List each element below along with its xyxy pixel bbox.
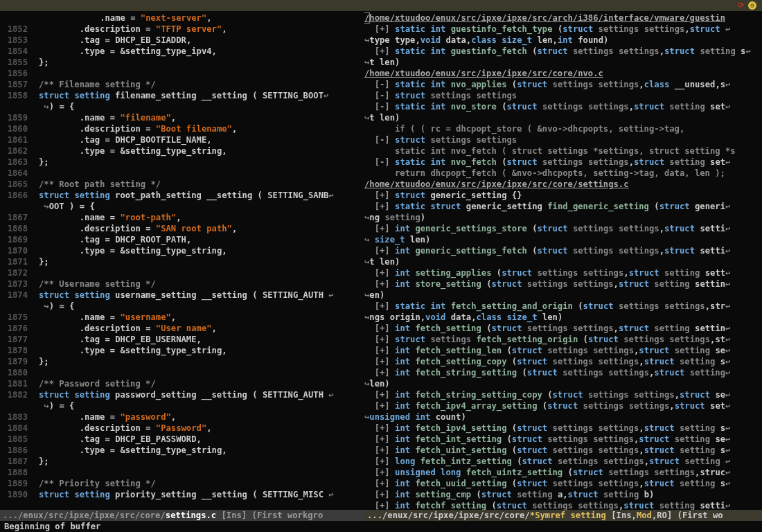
code-line[interactable]: 1882struct setting password_setting __se…	[0, 389, 364, 400]
symref-line[interactable]: [-] static int nvo_applies (struct setti…	[364, 79, 762, 90]
code-line[interactable]: ↪) = {	[0, 400, 364, 411]
code-line[interactable]: 1873/** Username setting */	[0, 278, 364, 290]
code-line[interactable]: 1881/** Password setting */	[0, 378, 364, 389]
code-line[interactable]: 1889/** Priority setting */	[0, 478, 364, 489]
code-line[interactable]: 1872	[0, 267, 364, 278]
modeline-filename: settings.c	[166, 511, 216, 520]
code-line[interactable]: 1868 .description = "SAN root path",	[0, 223, 364, 234]
symref-line[interactable]: return dhcpopt_fetch ( &nvo->dhcpopts, s…	[364, 168, 762, 179]
code-line[interactable]: 1866struct setting root_path_setting __s…	[0, 190, 364, 201]
symref-path[interactable]: /home/xtuudoo/enux/src/ipxe/ipxe/src/arc…	[364, 12, 762, 24]
code-line[interactable]: 1875 .name = "username",	[0, 312, 364, 323]
modeline-right[interactable]: .../enux/src/ipxe/ipxe/src/core/*Symref …	[364, 510, 762, 521]
code-line[interactable]: 1878 .type = &setting_type_string,	[0, 345, 364, 356]
symref-line[interactable]: [+] static int fetch_setting_and_origin …	[364, 301, 762, 312]
symref-path[interactable]: /home/xtuudoo/enux/src/ipxe/ipxe/src/cor…	[364, 68, 762, 79]
symref-line[interactable]: [+] static struct generic_setting find_g…	[364, 201, 762, 212]
symref-line[interactable]: [+] long fetch_intz_setting (struct sett…	[364, 456, 762, 467]
code-line[interactable]: 1890struct setting priority_setting __se…	[0, 489, 364, 500]
modeline-filename: *Symref setting	[530, 511, 606, 520]
code-line[interactable]: 1861 .tag = DHCP_BOOTFILE_NAME,	[0, 134, 364, 145]
symref-line[interactable]: ↪ngs origin,void data,class size_t len)	[364, 312, 762, 323]
code-line[interactable]: 1886 .type = &setting_type_string,	[0, 445, 364, 456]
code-line[interactable]: 1884 .description = "Password",	[0, 423, 364, 434]
symref-line[interactable]: [+] static int guestinfo_fetch_type (str…	[364, 24, 762, 35]
symref-path[interactable]: /home/xtuudoo/enux/src/ipxe/ipxe/src/cor…	[364, 179, 762, 190]
symref-line[interactable]: ↪len)	[364, 378, 762, 389]
symref-line[interactable]: [-] static int nvo_store (struct setting…	[364, 101, 762, 112]
symref-line[interactable]: ↪type type,void data,class size_t len,in…	[364, 35, 762, 46]
code-line[interactable]: 1855};	[0, 57, 364, 68]
symref-line[interactable]: ↪ng setting)	[364, 212, 762, 223]
symref-line[interactable]: [+] static int guestinfo_fetch (struct s…	[364, 46, 762, 57]
top-menu-bar: ⟳ ◷	[0, 0, 762, 11]
symref-line[interactable]: [-] static int nvo_fetch (struct setting…	[364, 157, 762, 168]
code-line[interactable]: 1887};	[0, 456, 364, 467]
symref-line[interactable]: [+] int fetch_string_setting (struct set…	[364, 367, 762, 378]
code-line[interactable]: 1885 .tag = DHCP_EB_PASSWORD,	[0, 434, 364, 445]
code-line[interactable]: 1862 .type = &setting_type_string,	[0, 145, 364, 157]
symref-line[interactable]: ↪t len)	[364, 256, 762, 267]
symref-line[interactable]: ↪t len)	[364, 112, 762, 123]
symref-line[interactable]: [+] int fetch_string_setting_copy (struc…	[364, 389, 762, 400]
code-line[interactable]: .name = "next-server",	[0, 12, 364, 24]
symref-line[interactable]: [-] struct settings settings	[364, 134, 762, 145]
symref-line[interactable]: [+] int fetch_int_setting (struct settin…	[364, 434, 762, 445]
modeline-status: [Ins] (First workgro	[216, 511, 323, 520]
symref-line[interactable]: [+] int fetch_setting (struct settings s…	[364, 323, 762, 334]
code-line[interactable]: 1858struct setting filename_setting __se…	[0, 90, 364, 101]
code-line[interactable]: 1883 .name = "password",	[0, 411, 364, 423]
symref-line[interactable]: [+] int store_setting (struct settings s…	[364, 278, 762, 290]
symref-line[interactable]: [+] int generic_settings_store (struct s…	[364, 223, 762, 234]
minibuffer[interactable]: Beginning of buffer	[0, 521, 762, 532]
code-line[interactable]: 1877 .tag = DHCP_EB_USERNAME,	[0, 334, 364, 345]
code-line[interactable]: 1863};	[0, 157, 364, 168]
code-line[interactable]: 1888	[0, 467, 364, 478]
code-line[interactable]: 1880	[0, 367, 364, 378]
symref-line[interactable]: [+] struct settings fetch_setting_origin…	[364, 334, 762, 345]
code-line[interactable]: 1874struct setting username_setting __se…	[0, 290, 364, 301]
code-line[interactable]: 1871};	[0, 256, 364, 267]
modeline-ins: [Ins,	[606, 511, 637, 520]
symref-line[interactable]: [+] int generic_settings_fetch (struct s…	[364, 245, 762, 256]
modeline-path: .../enux/src/ipxe/ipxe/src/core/	[367, 511, 530, 520]
code-line[interactable]: 1859 .name = "filename",	[0, 112, 364, 123]
code-line[interactable]: 1857/** Filename setting */	[0, 79, 364, 90]
symref-line[interactable]: [+] int fetch_setting_copy (struct setti…	[364, 356, 762, 367]
symref-line[interactable]: ↪unsigned int count)	[364, 411, 762, 423]
code-line[interactable]: 1853 .tag = DHCP_EB_SIADDR,	[0, 35, 364, 46]
code-line[interactable]: 1860 .description = "Boot filename",	[0, 123, 364, 134]
clock-icon: ◷	[748, 1, 756, 10]
symref-line[interactable]: ↪en)	[364, 290, 762, 301]
symref-line[interactable]: [+] unsigned long fetch_uintz_setting (s…	[364, 467, 762, 478]
code-line[interactable]: 1879};	[0, 356, 364, 367]
symref-line[interactable]: static int nvo_fetch ( struct settings *…	[364, 145, 762, 157]
code-line[interactable]: ↪) = {	[0, 101, 364, 112]
code-line[interactable]: 1876 .description = "User name",	[0, 323, 364, 334]
symref-line[interactable]: [+] int fetch_ipv4_setting (struct setti…	[364, 423, 762, 434]
right-symref-pane[interactable]: /home/xtuudoo/enux/src/ipxe/ipxe/src/arc…	[364, 11, 762, 521]
symref-line[interactable]: [+] int fetch_ipv4_array_setting (struct…	[364, 400, 762, 411]
left-editor-pane[interactable]: .name = "next-server",1852 .description …	[0, 11, 364, 521]
symref-line[interactable]: [+] int fetch_uint_setting (struct setti…	[364, 445, 762, 456]
symref-line[interactable]: if ( ( rc = dhcpopt_store ( &nvo->dhcpop…	[364, 123, 762, 134]
symref-line[interactable]: ↪t len)	[364, 57, 762, 68]
code-line[interactable]: ↪OOT ) = {	[0, 201, 364, 212]
code-line[interactable]: 1852 .description = "TFTP server",	[0, 24, 364, 35]
code-line[interactable]: 1856	[0, 68, 364, 79]
symref-line[interactable]: [-] struct settings settings	[364, 90, 762, 101]
code-line[interactable]: 1865/** Root path setting */	[0, 179, 364, 190]
symref-line[interactable]: ↪ size_t len)	[364, 234, 762, 245]
code-line[interactable]: 1870 .type = &setting_type_string,	[0, 245, 364, 256]
code-line[interactable]: 1869 .tag = DHCP_ROOT_PATH,	[0, 234, 364, 245]
modeline-left[interactable]: .../enux/src/ipxe/ipxe/src/core/settings…	[0, 510, 364, 521]
code-line[interactable]: ↪) = {	[0, 301, 364, 312]
code-line[interactable]: 1854 .type = &setting_type_ipv4,	[0, 46, 364, 57]
symref-line[interactable]: [+] struct generic_setting {}	[364, 190, 762, 201]
symref-line[interactable]: [+] int fetch_uuid_setting (struct setti…	[364, 478, 762, 489]
symref-line[interactable]: [+] int fetch_setting_len (struct settin…	[364, 345, 762, 356]
symref-line[interactable]: [+] int setting_applies (struct settings…	[364, 267, 762, 278]
code-line[interactable]: 1867 .name = "root-path",	[0, 212, 364, 223]
code-line[interactable]: 1864	[0, 168, 364, 179]
symref-line[interactable]: [+] int setting_cmp (struct setting a,st…	[364, 489, 762, 500]
